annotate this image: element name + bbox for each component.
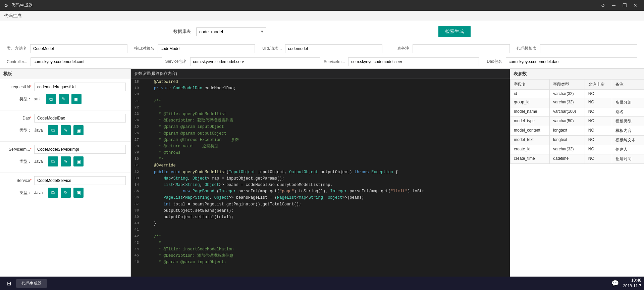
type-value-2: Java [34, 128, 43, 133]
main-window: 代码生成 数据库表 ▼ 检索生成 类、方法名 接口对象名 URL请求... 表 [0, 11, 644, 277]
title-bar-controls: ↺ ─ ❐ ✕ [598, 1, 640, 10]
code-line-25: 25 * @param @param inputObject [131, 124, 510, 130]
line-num-20: 20 [131, 92, 143, 98]
line-content-37: int total = beansPageList.getPaginator()… [143, 201, 301, 208]
line-content-25: * @param @param inputObject [143, 124, 224, 130]
template-section-serviceimpl: ServiceIm...* 类型： Java ⧉ ✎ ▣ [0, 142, 130, 173]
requesturl-type-row: 类型： xml ⧉ ✎ ▣ [5, 94, 126, 107]
line-content-34: List<Map<String, Object>> beans = codeMo… [143, 182, 333, 188]
serviceimpl-sec-input[interactable] [34, 145, 126, 154]
cell-field-type: varchar(100) [550, 107, 585, 117]
cell-comment: 创建人 [612, 145, 644, 154]
taskbar-left: ⊞ 代码生成器 [3, 277, 47, 289]
controller-input[interactable] [31, 57, 162, 66]
interface-obj-input[interactable] [158, 44, 255, 53]
code-line-41: 41 [131, 227, 510, 233]
taskbar-time: 10:48 2018-11-7 [623, 278, 641, 289]
minimize-button[interactable]: ─ [609, 1, 619, 10]
line-content-32: public void queryCodeModelList(InputObje… [143, 169, 398, 176]
start-button[interactable]: ⊞ [3, 277, 15, 289]
code-line-42: 42 /** [131, 234, 510, 240]
copy-btn-4[interactable]: ⧉ [48, 188, 58, 198]
delete-btn-3[interactable]: ▣ [73, 156, 84, 166]
url-input[interactable] [285, 44, 382, 53]
table-row: model_name varchar(100) NO 别名 [511, 107, 644, 117]
line-content-19: private CodeModelDao codeModelDao; [143, 85, 236, 92]
maximize-button[interactable]: ❐ [620, 1, 629, 10]
code-line-21: 21 /** [131, 98, 510, 105]
title-bar: ⚙ 代码生成器 ↺ ─ ❐ ✕ [0, 0, 644, 11]
cell-nullable: NO [585, 98, 612, 107]
chat-icon[interactable]: 💬 [611, 280, 619, 287]
cell-field-type: varchar(32) [550, 145, 585, 154]
line-num-46: 46 [131, 259, 143, 265]
template-item-dao: Dao* [5, 114, 126, 123]
gen-button[interactable]: 检索生成 [438, 26, 471, 37]
cell-field-type: datetime [550, 154, 585, 164]
edit-btn-4[interactable]: ✎ [61, 188, 71, 198]
line-content-21: /** [143, 98, 161, 105]
code-template-label: 代码模板表 [517, 44, 540, 53]
line-content-38: outputObject.setBeans(beans); [143, 208, 233, 214]
table-note-input[interactable] [413, 44, 510, 53]
code-line-27: 27 * @param @throws Exception 参数 [131, 137, 510, 143]
taskbar-app[interactable]: 代码生成器 [16, 279, 47, 288]
edit-btn-2[interactable]: ✎ [61, 125, 71, 135]
cell-comment: 模板纯文本 [612, 136, 644, 145]
cell-comment: 模板类型 [612, 117, 644, 126]
serviceimpl-input[interactable] [348, 57, 479, 66]
delete-btn-4[interactable]: ▣ [73, 188, 84, 198]
table-row: create_id varchar(32) NO 创建人 [511, 145, 644, 154]
dao-pkg-input[interactable] [506, 57, 638, 66]
template-item-requesturl: requestUrl* [5, 83, 126, 91]
copy-btn-2[interactable]: ⧉ [48, 125, 58, 135]
line-content-30: */ [143, 156, 164, 162]
type-value-4: Java [34, 190, 43, 195]
interface-obj-label: 接口对象名 [134, 44, 158, 53]
edit-btn-3[interactable]: ✎ [61, 156, 71, 166]
db-select-container: ▼ [196, 27, 266, 36]
line-content-45: * @Description: 添加代码模板表信息 [143, 253, 233, 259]
dao-input[interactable] [34, 114, 126, 123]
code-line-30: 30 */ [131, 156, 510, 162]
left-panel: 模板 requestUrl* 类型： xml ⧉ ✎ ▣ Dao* [0, 69, 131, 277]
col-field-name: 字段名 [511, 80, 550, 90]
service-sec-input[interactable] [34, 176, 126, 185]
service-type-row: 类型： Java ⧉ ✎ ▣ [5, 188, 126, 200]
code-template-input[interactable] [540, 44, 637, 53]
line-num-30: 30 [131, 156, 143, 162]
cell-field-name: model_text [511, 136, 550, 145]
delete-btn-2[interactable]: ▣ [73, 125, 84, 135]
cell-field-type: varchar(32) [550, 98, 585, 107]
params-table: 字段名 字段类型 允许非空 备注 id varchar(32) NO group… [510, 79, 644, 164]
panels: 模板 requestUrl* 类型： xml ⧉ ✎ ▣ Dao* [0, 68, 644, 277]
edit-btn-1[interactable]: ✎ [59, 94, 69, 104]
code-line-45: 45 * @Description: 添加代码模板表信息 [131, 253, 510, 259]
refresh-button[interactable]: ↺ [598, 1, 608, 10]
dropdown-arrow-icon[interactable]: ▼ [258, 28, 266, 35]
requesturl-input[interactable] [34, 83, 126, 91]
col-nullable: 允许非空 [585, 80, 612, 90]
code-area[interactable]: 18 @Autowired 19 private CodeModelDao co… [131, 79, 510, 277]
close-button[interactable]: ✕ [631, 1, 640, 10]
cell-nullable: NO [585, 117, 612, 126]
delete-btn-1[interactable]: ▣ [71, 94, 82, 104]
db-select-input[interactable] [197, 28, 258, 36]
line-num-38: 38 [131, 208, 143, 214]
date-display: 2018-11-7 [623, 283, 641, 289]
line-num-24: 24 [131, 117, 143, 124]
copy-btn-1[interactable]: ⧉ [46, 94, 56, 104]
line-content-27: * @param @throws Exception 参数 [143, 137, 239, 143]
class-name-input[interactable] [30, 44, 127, 53]
top-controls: 数据库表 ▼ 检索生成 [0, 21, 644, 42]
type-value-1: xml [34, 97, 41, 101]
line-content-31: @Override [143, 162, 176, 169]
template-item-service: Service* [5, 176, 126, 185]
table-row: id varchar(32) NO [511, 90, 644, 98]
code-line-39: 39 outputObject.settotal(total); [131, 214, 510, 221]
service-pkg-input[interactable] [190, 57, 320, 66]
copy-btn-3[interactable]: ⧉ [48, 156, 58, 166]
field-url: URL请求... [262, 44, 382, 53]
template-section-requesturl: requestUrl* 类型： xml ⧉ ✎ ▣ [0, 79, 130, 110]
line-num-18: 18 [131, 79, 143, 85]
